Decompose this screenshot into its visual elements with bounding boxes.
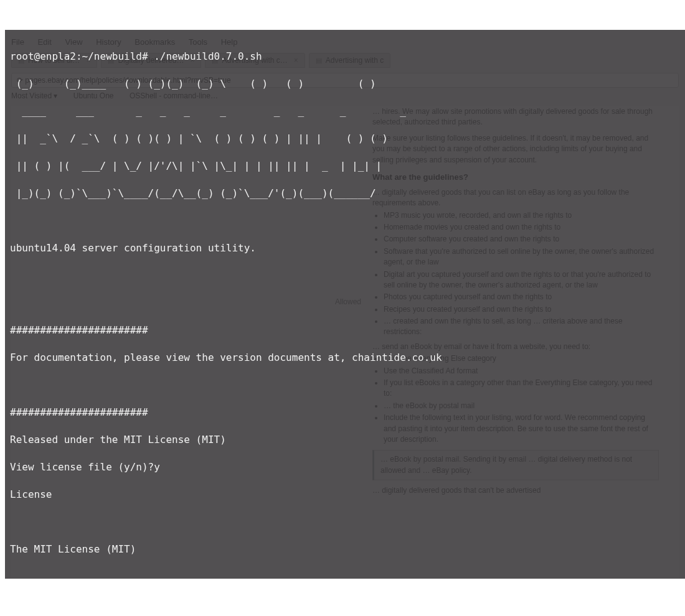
ascii-art-line: || _`\ / _`\ ( ) ( )( ) | `\ ( ) ( ) ( )… [10,132,680,146]
terminal-divider: ####################### [10,324,680,337]
terminal-prompt-line: root@enpla2:~/newbuild# ./newbuild0.7.0.… [10,50,680,63]
terminal-mit-title: The MIT License (MIT) [10,543,680,556]
terminal-subtitle: ubuntu14.04 server configuration utility… [10,241,680,255]
terminal-blank [10,515,680,529]
ascii-art-line: |_)(_) (_)`\___)`\____/(__/\__(_) (_)`\_… [10,187,680,200]
terminal-blank [10,296,680,310]
ascii-art-line: || ( ) |( ___/ | \_/ |/'/\| |`\ |\_| | |… [10,159,680,173]
ascii-art-line: (_) (_)____ ( ) (_)(_) (_) \ ( ) ( ) ( ) [10,77,680,91]
terminal-license-header: License [10,488,680,502]
terminal-doc-line: For documentation, please view the versi… [10,351,680,365]
terminal-blank [10,269,680,282]
terminal-blank [10,378,680,392]
terminal-window[interactable]: root@enpla2:~/newbuild# ./newbuild0.7.0.… [5,30,685,579]
terminal-blank [10,570,680,579]
terminal-divider: ####################### [10,406,680,419]
ascii-art-line: ____ ___ _ _ _ _ _ _ _ _ [10,105,680,118]
terminal-blank [10,214,680,228]
terminal-release-line: Released under the MIT License (MIT) [10,433,680,447]
terminal-prompt-answer: View license file (y/n)?y [10,460,680,474]
